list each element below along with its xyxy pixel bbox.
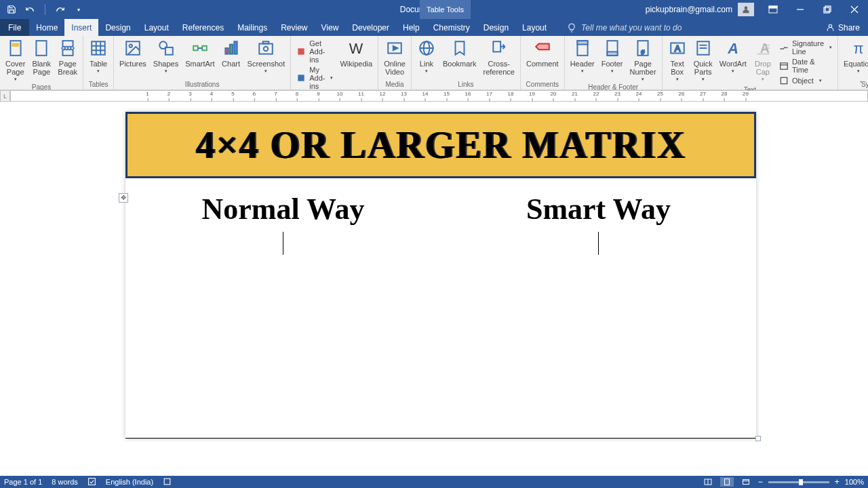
group-media: OnlineVideo Media: [378, 36, 412, 89]
table-resize-handle[interactable]: [755, 436, 761, 441]
comment-button[interactable]: Comment: [524, 37, 561, 69]
redo-button[interactable]: [56, 5, 65, 14]
col1-title: Normal Way: [139, 192, 427, 226]
tab-home[interactable]: Home: [29, 19, 64, 36]
save-button[interactable]: [7, 5, 16, 14]
context-tab-table-tools: Table Tools: [420, 0, 471, 19]
tab-references[interactable]: References: [176, 19, 231, 36]
status-words[interactable]: 8 words: [52, 478, 78, 486]
tab-mailings[interactable]: Mailings: [231, 19, 274, 36]
svg-rect-29: [260, 44, 273, 54]
horizontal-ruler-area: L 12345678910111213141516171819202122232…: [0, 90, 868, 102]
zoom-thumb[interactable]: [799, 479, 803, 485]
column-normal[interactable]: Normal Way: [125, 178, 441, 262]
date-time-button[interactable]: Date & Time: [776, 57, 835, 75]
svg-rect-40: [493, 41, 500, 52]
screenshot-button[interactable]: Screenshot▾: [245, 37, 288, 75]
title-banner[interactable]: 4×4 OR LARGER MATRIX: [125, 112, 756, 178]
column-smart[interactable]: Smart Way: [441, 178, 756, 262]
page-number-button[interactable]: #PageNumber▾: [627, 37, 659, 83]
tab-table-layout[interactable]: Layout: [515, 19, 553, 36]
tab-developer[interactable]: Developer: [345, 19, 396, 36]
collapse-ribbon-button[interactable]: ⌃: [859, 80, 864, 87]
table-button[interactable]: Table▾: [86, 37, 111, 75]
zoom-out-button[interactable]: −: [758, 477, 763, 487]
tab-chemistry[interactable]: Chemistry: [427, 19, 477, 36]
status-macro-icon[interactable]: [163, 477, 172, 487]
group-text: ATextBox▾ QuickParts▾ AWordArt▾ ADropCap…: [663, 36, 838, 89]
minimize-button[interactable]: [787, 0, 814, 19]
svg-rect-2: [769, 6, 777, 8]
group-tables: Table▾ Tables: [83, 36, 114, 89]
account-avatar[interactable]: [738, 3, 754, 16]
group-illustrations: Pictures Shapes▾ SmartArt Chart Screensh…: [114, 36, 291, 89]
tab-help[interactable]: Help: [396, 19, 427, 36]
text-cursor: [283, 232, 283, 255]
ruler-tick: 5: [231, 91, 234, 101]
view-web-layout[interactable]: [739, 477, 753, 487]
status-proofing-icon[interactable]: [87, 477, 96, 487]
svg-rect-33: [298, 75, 304, 81]
tab-design[interactable]: Design: [98, 19, 137, 36]
chart-button[interactable]: Chart: [219, 37, 243, 69]
ruler-tick: 15: [443, 91, 450, 101]
undo-button[interactable]: [25, 5, 35, 14]
tab-layout[interactable]: Layout: [138, 19, 176, 36]
shapes-button[interactable]: Shapes▾: [151, 37, 181, 75]
table-move-handle[interactable]: ✥: [119, 193, 128, 203]
tab-insert[interactable]: Insert: [64, 19, 98, 36]
get-addins-button[interactable]: Get Add-ins: [294, 39, 336, 64]
horizontal-ruler[interactable]: 1234567891011121314151617181920212223242…: [10, 90, 868, 102]
ruler-corner[interactable]: L: [0, 90, 10, 102]
blank-page-button[interactable]: BlankPage: [29, 37, 54, 77]
account-email[interactable]: pickupbrain@gmail.com: [646, 5, 732, 14]
tell-me-search[interactable]: Tell me what you want to do: [567, 19, 682, 36]
signature-line-button[interactable]: Signature Line▾: [776, 39, 835, 56]
group-comments-label: Comments: [521, 81, 564, 89]
online-video-button[interactable]: OnlineVideo: [381, 37, 408, 77]
drop-cap-button[interactable]: ADropCap▾: [751, 37, 775, 83]
lightbulb-icon: [567, 23, 576, 33]
page-break-button[interactable]: PageBreak: [55, 37, 80, 77]
link-button[interactable]: Link▾: [414, 37, 439, 75]
tab-table-design[interactable]: Design: [477, 19, 515, 36]
header-button[interactable]: Header▾: [568, 37, 597, 75]
cross-reference-button[interactable]: Cross-reference: [480, 37, 517, 77]
smartart-button[interactable]: SmartArt: [182, 37, 217, 69]
svg-rect-66: [724, 479, 729, 485]
ruler-tick: 21: [572, 91, 578, 101]
ruler-tick: 17: [486, 91, 492, 101]
equation-button[interactable]: πEquation▾: [841, 37, 868, 75]
svg-rect-15: [92, 41, 105, 55]
bookmark-button[interactable]: Bookmark: [440, 37, 479, 69]
status-page[interactable]: Page 1 of 1: [4, 478, 42, 486]
tab-review[interactable]: Review: [274, 19, 314, 36]
zoom-value[interactable]: 100%: [845, 478, 864, 486]
page[interactable]: 4×4 OR LARGER MATRIX ✥ Normal Way Smart …: [125, 112, 756, 439]
qat-customize[interactable]: ▾: [74, 5, 83, 14]
footer-button[interactable]: Footer▾: [599, 37, 626, 75]
zoom-in-button[interactable]: +: [835, 477, 840, 487]
view-print-layout[interactable]: [720, 477, 734, 487]
zoom-slider[interactable]: [768, 481, 829, 483]
tab-file[interactable]: File: [0, 19, 29, 36]
wordart-button[interactable]: AWordArt▾: [717, 37, 749, 75]
ribbon-display-options[interactable]: [760, 0, 787, 19]
object-button[interactable]: Object▾: [776, 75, 835, 86]
svg-rect-31: [263, 41, 269, 43]
tab-view[interactable]: View: [315, 19, 346, 36]
ruler-tick: 26: [679, 91, 685, 101]
pictures-button[interactable]: Pictures: [117, 37, 149, 69]
status-bar: Page 1 of 1 8 words English (India) − + …: [0, 476, 868, 488]
text-box-button[interactable]: ATextBox▾: [665, 37, 690, 83]
view-read-mode[interactable]: [701, 477, 715, 487]
share-button[interactable]: Share: [826, 19, 860, 36]
close-button[interactable]: [841, 0, 868, 19]
my-addins-button[interactable]: My Add-ins▾: [294, 65, 336, 91]
group-header-footer: Header▾ Footer▾ #PageNumber▾ Header & Fo…: [565, 36, 663, 89]
wikipedia-button[interactable]: WWikipedia: [337, 37, 375, 69]
quick-parts-button[interactable]: QuickParts▾: [691, 37, 715, 83]
cover-page-button[interactable]: CoverPage▾: [3, 37, 28, 83]
maximize-button[interactable]: [814, 0, 841, 19]
status-language[interactable]: English (India): [106, 478, 153, 486]
